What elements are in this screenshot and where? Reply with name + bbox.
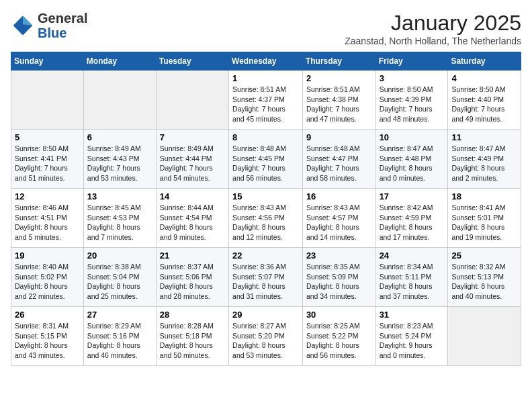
- day-number: 16: [306, 191, 372, 201]
- calendar-cell: 10Sunrise: 8:47 AM Sunset: 4:48 PM Dayli…: [375, 130, 448, 189]
- calendar-cell: 9Sunrise: 8:48 AM Sunset: 4:47 PM Daylig…: [302, 130, 375, 189]
- calendar-cell: [83, 71, 156, 130]
- logo: General Blue: [11, 11, 87, 40]
- day-number: 8: [232, 132, 299, 142]
- day-number: 31: [380, 310, 445, 320]
- day-content: Sunrise: 8:38 AM Sunset: 5:04 PM Dayligh…: [87, 262, 152, 302]
- weekday-header-monday: Monday: [83, 52, 156, 71]
- day-content: Sunrise: 8:49 AM Sunset: 4:43 PM Dayligh…: [87, 144, 152, 183]
- day-content: Sunrise: 8:40 AM Sunset: 5:02 PM Dayligh…: [15, 262, 80, 302]
- calendar-cell: 27Sunrise: 8:29 AM Sunset: 5:16 PM Dayli…: [83, 307, 156, 366]
- weekday-header-row: SundayMondayTuesdayWednesdayThursdayFrid…: [11, 52, 521, 71]
- day-content: Sunrise: 8:36 AM Sunset: 5:07 PM Dayligh…: [232, 262, 299, 302]
- day-number: 18: [451, 191, 517, 201]
- week-row-3: 12Sunrise: 8:46 AM Sunset: 4:51 PM Dayli…: [11, 189, 521, 248]
- day-content: Sunrise: 8:31 AM Sunset: 5:15 PM Dayligh…: [15, 321, 80, 361]
- calendar-cell: 7Sunrise: 8:49 AM Sunset: 4:44 PM Daylig…: [156, 130, 228, 189]
- day-content: Sunrise: 8:48 AM Sunset: 4:45 PM Dayligh…: [232, 144, 299, 183]
- logo-general-text: General: [38, 11, 87, 26]
- calendar-cell: 25Sunrise: 8:32 AM Sunset: 5:13 PM Dayli…: [448, 248, 521, 307]
- calendar-cell: 16Sunrise: 8:43 AM Sunset: 4:57 PM Dayli…: [302, 189, 375, 248]
- day-content: Sunrise: 8:29 AM Sunset: 5:16 PM Dayligh…: [87, 321, 152, 361]
- day-number: 10: [380, 132, 445, 142]
- week-row-5: 26Sunrise: 8:31 AM Sunset: 5:15 PM Dayli…: [11, 307, 521, 366]
- calendar-cell: 22Sunrise: 8:36 AM Sunset: 5:07 PM Dayli…: [229, 248, 303, 307]
- day-content: Sunrise: 8:51 AM Sunset: 4:38 PM Dayligh…: [306, 85, 372, 124]
- calendar-cell: 11Sunrise: 8:47 AM Sunset: 4:49 PM Dayli…: [448, 130, 521, 189]
- calendar-cell: 12Sunrise: 8:46 AM Sunset: 4:51 PM Dayli…: [11, 189, 84, 248]
- day-number: 5: [15, 132, 80, 142]
- week-row-1: 1Sunrise: 8:51 AM Sunset: 4:37 PM Daylig…: [11, 71, 521, 130]
- weekday-header-saturday: Saturday: [448, 52, 521, 71]
- calendar-cell: 29Sunrise: 8:27 AM Sunset: 5:20 PM Dayli…: [229, 307, 303, 366]
- calendar-cell: 21Sunrise: 8:37 AM Sunset: 5:06 PM Dayli…: [156, 248, 228, 307]
- day-number: 3: [380, 73, 445, 83]
- calendar-header: SundayMondayTuesdayWednesdayThursdayFrid…: [11, 52, 521, 71]
- calendar-cell: 5Sunrise: 8:50 AM Sunset: 4:41 PM Daylig…: [11, 130, 84, 189]
- day-number: 23: [306, 250, 372, 261]
- week-row-2: 5Sunrise: 8:50 AM Sunset: 4:41 PM Daylig…: [11, 130, 521, 189]
- month-title: January 2025: [345, 11, 521, 36]
- day-number: 30: [306, 310, 372, 320]
- weekday-header-wednesday: Wednesday: [229, 52, 303, 71]
- weekday-header-sunday: Sunday: [11, 52, 84, 71]
- day-content: Sunrise: 8:35 AM Sunset: 5:09 PM Dayligh…: [306, 262, 372, 302]
- day-number: 27: [87, 310, 152, 320]
- day-number: 2: [306, 73, 372, 83]
- svg-marker-1: [23, 16, 32, 26]
- day-number: 25: [451, 250, 517, 261]
- calendar-cell: 1Sunrise: 8:51 AM Sunset: 4:37 PM Daylig…: [229, 71, 303, 130]
- day-number: 28: [160, 310, 225, 320]
- title-block: January 2025 Zaanstad, North Holland, Th…: [345, 11, 521, 46]
- calendar-cell: 3Sunrise: 8:50 AM Sunset: 4:39 PM Daylig…: [375, 71, 448, 130]
- day-content: Sunrise: 8:44 AM Sunset: 4:54 PM Dayligh…: [160, 203, 225, 242]
- day-content: Sunrise: 8:50 AM Sunset: 4:39 PM Dayligh…: [380, 85, 445, 124]
- day-content: Sunrise: 8:47 AM Sunset: 4:48 PM Dayligh…: [380, 144, 445, 183]
- weekday-header-thursday: Thursday: [302, 52, 375, 71]
- day-content: Sunrise: 8:48 AM Sunset: 4:47 PM Dayligh…: [306, 144, 372, 183]
- day-content: Sunrise: 8:43 AM Sunset: 4:56 PM Dayligh…: [232, 203, 299, 242]
- day-number: 26: [15, 310, 80, 320]
- day-number: 22: [232, 250, 299, 261]
- day-number: 29: [232, 310, 299, 320]
- day-content: Sunrise: 8:50 AM Sunset: 4:40 PM Dayligh…: [451, 85, 517, 124]
- day-content: Sunrise: 8:51 AM Sunset: 4:37 PM Dayligh…: [232, 85, 299, 124]
- location-text: Zaanstad, North Holland, The Netherlands: [345, 36, 521, 46]
- calendar-table: SundayMondayTuesdayWednesdayThursdayFrid…: [11, 52, 521, 366]
- calendar-cell: 24Sunrise: 8:34 AM Sunset: 5:11 PM Dayli…: [375, 248, 448, 307]
- weekday-header-friday: Friday: [375, 52, 448, 71]
- day-content: Sunrise: 8:46 AM Sunset: 4:51 PM Dayligh…: [15, 203, 80, 242]
- calendar-cell: 23Sunrise: 8:35 AM Sunset: 5:09 PM Dayli…: [302, 248, 375, 307]
- day-number: 9: [306, 132, 372, 142]
- logo-blue-text: Blue: [38, 26, 87, 40]
- calendar-cell: 15Sunrise: 8:43 AM Sunset: 4:56 PM Dayli…: [229, 189, 303, 248]
- day-number: 1: [232, 73, 299, 83]
- calendar-cell: 30Sunrise: 8:25 AM Sunset: 5:22 PM Dayli…: [302, 307, 375, 366]
- day-number: 13: [87, 191, 152, 201]
- day-content: Sunrise: 8:42 AM Sunset: 4:59 PM Dayligh…: [380, 203, 445, 242]
- day-content: Sunrise: 8:47 AM Sunset: 4:49 PM Dayligh…: [451, 144, 517, 183]
- day-number: 15: [232, 191, 299, 201]
- day-content: Sunrise: 8:43 AM Sunset: 4:57 PM Dayligh…: [306, 203, 372, 242]
- calendar-cell: 4Sunrise: 8:50 AM Sunset: 4:40 PM Daylig…: [448, 71, 521, 130]
- calendar-cell: 19Sunrise: 8:40 AM Sunset: 5:02 PM Dayli…: [11, 248, 84, 307]
- day-content: Sunrise: 8:45 AM Sunset: 4:53 PM Dayligh…: [87, 203, 152, 242]
- day-number: 12: [15, 191, 80, 201]
- day-number: 24: [380, 250, 445, 261]
- day-number: 20: [87, 250, 152, 261]
- calendar-cell: 2Sunrise: 8:51 AM Sunset: 4:38 PM Daylig…: [302, 71, 375, 130]
- day-number: 19: [15, 250, 80, 261]
- day-number: 14: [160, 191, 225, 201]
- weekday-header-tuesday: Tuesday: [156, 52, 228, 71]
- calendar-cell: 31Sunrise: 8:23 AM Sunset: 5:24 PM Dayli…: [375, 307, 448, 366]
- day-content: Sunrise: 8:23 AM Sunset: 5:24 PM Dayligh…: [380, 321, 445, 361]
- calendar-cell: 28Sunrise: 8:28 AM Sunset: 5:18 PM Dayli…: [156, 307, 228, 366]
- day-content: Sunrise: 8:37 AM Sunset: 5:06 PM Dayligh…: [160, 262, 225, 302]
- calendar-cell: 26Sunrise: 8:31 AM Sunset: 5:15 PM Dayli…: [11, 307, 84, 366]
- day-content: Sunrise: 8:50 AM Sunset: 4:41 PM Dayligh…: [15, 144, 80, 183]
- calendar-cell: [156, 71, 228, 130]
- day-number: 17: [380, 191, 445, 201]
- week-row-4: 19Sunrise: 8:40 AM Sunset: 5:02 PM Dayli…: [11, 248, 521, 307]
- calendar-cell: 14Sunrise: 8:44 AM Sunset: 4:54 PM Dayli…: [156, 189, 228, 248]
- day-content: Sunrise: 8:28 AM Sunset: 5:18 PM Dayligh…: [160, 321, 225, 361]
